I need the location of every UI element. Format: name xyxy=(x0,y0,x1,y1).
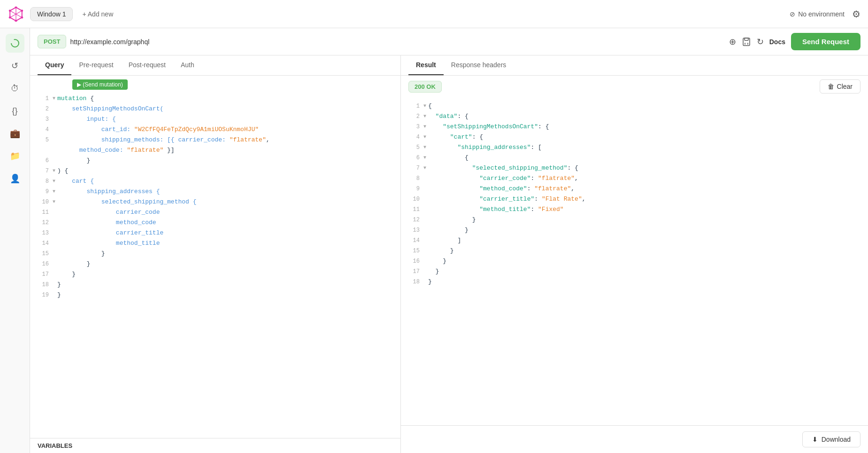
code-line-14: 14 ▼ method_title xyxy=(30,238,400,249)
add-new-button[interactable]: + Add new xyxy=(78,8,117,21)
top-bar: Window 1 + Add new ⊘ No environment ⚙ xyxy=(0,0,868,28)
code-line-19: 19 ▼ } xyxy=(30,290,400,300)
sidebar-icon-history[interactable]: ⏱ xyxy=(6,79,24,98)
app-logo xyxy=(8,6,24,23)
result-line-13: 13 ▼ } xyxy=(401,225,868,235)
settings-icon[interactable]: ⚙ xyxy=(852,8,860,20)
sidebar-icon-user[interactable]: 👤 xyxy=(6,169,24,188)
result-line-3: 3 ▼ "setShippingMethodsOnCart": { xyxy=(401,122,868,132)
save-icon[interactable] xyxy=(742,37,751,47)
top-bar-right: ⊘ No environment ⚙ xyxy=(790,8,860,20)
svg-point-3 xyxy=(21,16,23,18)
code-line-3: 3 ▼ input: { xyxy=(30,114,400,125)
code-line-5: 5 ▼ shipping_methods: [{ carrier_code: "… xyxy=(30,135,400,145)
result-line-14: 14 ▼ ] xyxy=(401,235,868,246)
code-line-1: 1 ▼ mutation { xyxy=(30,94,400,104)
url-actions: ⊕ ↻ Docs Send Request xyxy=(729,33,860,50)
result-line-16: 16 ▼ } xyxy=(401,256,868,266)
clear-button[interactable]: 🗑 Clear xyxy=(820,79,860,94)
result-line-5: 5 ▼ "shipping_addresses": [ xyxy=(401,142,868,153)
docs-button[interactable]: Docs xyxy=(769,38,785,46)
url-bar: POST ⊕ ↻ Docs Send Request xyxy=(30,28,868,55)
send-mutation-button[interactable]: ▶ (Send mutation) xyxy=(72,79,128,90)
query-panel: Query Pre-request Post-request Auth ▶ (S… xyxy=(30,55,401,453)
trash-icon: 🗑 xyxy=(828,83,834,90)
method-badge[interactable]: POST xyxy=(38,35,66,48)
result-line-4: 4 ▼ "cart": { xyxy=(401,132,868,142)
result-line-1: 1 ▼ { xyxy=(401,101,868,111)
download-button[interactable]: ⬇ Download xyxy=(802,431,860,447)
sidebar-icon-loading[interactable] xyxy=(6,34,24,53)
result-line-12: 12 ▼ } xyxy=(401,215,868,225)
code-line-7: 7 ▼ ) { xyxy=(30,166,400,176)
result-line-15: 15 ▼ } xyxy=(401,246,868,256)
variables-bar[interactable]: VARIABLES xyxy=(30,438,400,453)
add-icon[interactable]: ⊕ xyxy=(729,37,736,47)
svg-point-2 xyxy=(21,9,23,12)
no-environment[interactable]: ⊘ No environment xyxy=(790,10,845,18)
result-panel-tabs: Result Response headers xyxy=(401,55,868,76)
result-line-6: 6 ▼ { xyxy=(401,153,868,163)
result-line-9: 9 ▼ "method_code": "flatrate", xyxy=(401,184,868,194)
reload-icon[interactable]: ↻ xyxy=(757,37,764,47)
tab-pre-request[interactable]: Pre-request xyxy=(71,55,121,75)
content-area: POST ⊕ ↻ Docs Send Request xyxy=(30,28,868,453)
query-panel-tabs: Query Pre-request Post-request Auth xyxy=(30,55,400,76)
tab-query[interactable]: Query xyxy=(38,55,71,75)
code-line-17: 17 ▼ } xyxy=(30,269,400,280)
status-badge: 200 OK xyxy=(408,81,442,93)
svg-rect-11 xyxy=(743,38,750,46)
no-env-icon: ⊘ xyxy=(790,10,795,18)
code-line-13: 13 ▼ carrier_title xyxy=(30,228,400,238)
code-line-12: 12 ▼ method_code xyxy=(30,218,400,228)
tab-response-headers[interactable]: Response headers xyxy=(444,55,514,75)
tab-result[interactable]: Result xyxy=(408,55,444,75)
url-input[interactable] xyxy=(70,38,725,46)
panels: Query Pre-request Post-request Auth ▶ (S… xyxy=(30,55,868,453)
tab-auth[interactable]: Auth xyxy=(173,55,202,75)
code-line-10: 10 ▼ selected_shipping_method { xyxy=(30,197,400,207)
code-line-6b: 6 ▼ } xyxy=(30,156,400,166)
code-line-11: 11 ▼ carrier_code xyxy=(30,207,400,218)
result-line-2: 2 ▼ "data": { xyxy=(401,111,868,122)
result-line-11: 11 ▼ "method_title": "Fixed" xyxy=(401,204,868,215)
tab-post-request[interactable]: Post-request xyxy=(121,55,173,75)
query-editor[interactable]: ▶ (Send mutation) 1 ▼ mutation { 2 ▼ set… xyxy=(30,76,400,438)
code-line-18: 18 ▼ } xyxy=(30,280,400,290)
code-line-8: 8 ▼ cart { xyxy=(30,176,400,187)
result-toolbar: 200 OK 🗑 Clear xyxy=(401,76,868,97)
sidebar-icon-refresh[interactable]: ↺ xyxy=(6,56,24,75)
code-line-15: 15 ▼ } xyxy=(30,249,400,259)
svg-rect-14 xyxy=(745,38,748,40)
code-line-9: 9 ▼ shipping_addresses { xyxy=(30,187,400,197)
result-editor[interactable]: 1 ▼ { 2 ▼ "data": { 3 ▼ "setShip xyxy=(401,97,868,425)
result-footer: ⬇ Download xyxy=(401,425,868,453)
result-panel: Result Response headers 200 OK 🗑 Clear 1 xyxy=(401,55,868,453)
code-line-4: 4 ▼ cart_id: "W2CfFQ4FeTpZdQcy9A1miUOSuK… xyxy=(30,125,400,135)
code-line-2: 2 ▼ setShippingMethodsOnCart( xyxy=(30,104,400,114)
sidebar-icon-folder[interactable]: 📁 xyxy=(6,147,24,165)
sidebar-icon-briefcase[interactable]: 💼 xyxy=(6,124,24,143)
sidebar: ↺ ⏱ {} 💼 📁 👤 xyxy=(0,28,30,453)
result-line-7: 7 ▼ "selected_shipping_method": { xyxy=(401,163,868,173)
result-line-10: 10 ▼ "carrier_title": "Flat Rate", xyxy=(401,194,868,204)
window-tab[interactable]: Window 1 xyxy=(30,7,73,21)
svg-point-10 xyxy=(11,39,19,47)
result-line-17: 17 ▼ } xyxy=(401,266,868,277)
code-line-6: ▼ method_code: "flatrate" }] xyxy=(30,145,400,156)
sidebar-icon-brackets[interactable]: {} xyxy=(6,102,24,120)
send-request-button[interactable]: Send Request xyxy=(791,33,860,50)
code-line-16: 16 ▼ } xyxy=(30,259,400,269)
result-line-18: 18 ▼ } xyxy=(401,277,868,287)
result-line-8: 8 ▼ "carrier_code": "flatrate", xyxy=(401,173,868,184)
download-icon: ⬇ xyxy=(812,436,818,443)
main-layout: ↺ ⏱ {} 💼 📁 👤 POST ⊕ ↻ Docs xyxy=(0,28,868,453)
